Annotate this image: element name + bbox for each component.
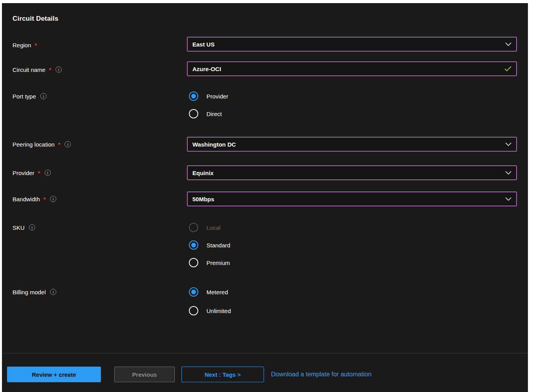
radio-button-icon — [189, 91, 198, 101]
required-asterisk: * — [49, 66, 51, 73]
info-icon[interactable]: i — [50, 289, 56, 295]
sku-option-local[interactable]: Local — [189, 223, 230, 232]
radio-button-icon — [189, 223, 198, 232]
chevron-down-icon — [505, 197, 511, 201]
download-template-link[interactable]: Download a template for automation — [271, 367, 371, 382]
page: Circuit Details Region* East US Circuit … — [0, 0, 533, 392]
info-icon[interactable]: i — [29, 224, 35, 231]
billing-model-radio-group: Metered Unlimited — [189, 287, 231, 324]
bandwidth-dropdown[interactable]: 50Mbps — [187, 192, 517, 206]
radio-button-icon — [189, 306, 198, 315]
circuit-details-panel: Circuit Details Region* East US Circuit … — [2, 3, 528, 392]
info-icon[interactable]: i — [50, 196, 56, 202]
peering-location-dropdown[interactable]: Washington DC — [187, 137, 517, 152]
port-type-radio-group: Provider Direct — [189, 91, 228, 127]
region-value: East US — [192, 41, 215, 48]
sku-option-standard[interactable]: Standard — [189, 240, 230, 250]
required-asterisk: * — [58, 141, 61, 148]
peering-location-value: Washington DC — [192, 141, 236, 148]
required-asterisk: * — [43, 196, 46, 202]
bandwidth-value: 50Mbps — [192, 196, 214, 202]
review-create-button[interactable]: Review + create — [7, 367, 101, 382]
provider-dropdown[interactable]: Equinix — [187, 165, 517, 180]
sku-label: SKU i — [13, 224, 35, 231]
bandwidth-label: Bandwidth* i — [13, 195, 56, 203]
required-asterisk: * — [38, 170, 40, 176]
info-icon[interactable]: i — [40, 93, 47, 99]
port-type-option-provider[interactable]: Provider — [189, 91, 228, 101]
sku-option-premium[interactable]: Premium — [189, 258, 230, 267]
previous-button[interactable]: Previous — [114, 367, 175, 382]
sku-radio-group: Local Standard Premium — [189, 223, 230, 276]
circuit-name-input[interactable] — [192, 62, 501, 75]
required-asterisk: * — [35, 42, 37, 48]
info-icon[interactable]: i — [56, 66, 62, 73]
info-icon[interactable]: i — [65, 141, 71, 147]
info-icon[interactable]: i — [45, 170, 51, 176]
provider-label: Provider* i — [13, 169, 51, 177]
port-type-option-direct[interactable]: Direct — [189, 109, 228, 118]
chevron-down-icon — [505, 43, 511, 46]
next-tags-button[interactable]: Next : Tags > — [181, 367, 264, 382]
radio-button-icon — [189, 109, 198, 118]
chevron-down-icon — [505, 171, 511, 175]
provider-value: Equinix — [192, 170, 214, 176]
circuit-name-field — [187, 61, 517, 76]
billing-model-option-metered[interactable]: Metered — [189, 287, 231, 297]
circuit-name-label: Circuit name* i — [13, 66, 62, 73]
region-dropdown[interactable]: East US — [187, 37, 517, 52]
radio-button-icon — [189, 240, 198, 250]
valid-check-icon — [504, 66, 511, 72]
region-label: Region* — [13, 41, 37, 49]
port-type-label: Port type i — [13, 92, 47, 100]
radio-button-icon — [189, 287, 198, 297]
billing-model-option-unlimited[interactable]: Unlimited — [189, 306, 231, 315]
radio-button-icon — [189, 258, 198, 267]
chevron-down-icon — [505, 143, 511, 146]
billing-model-label: Billing model i — [13, 288, 56, 296]
section-title: Circuit Details — [13, 15, 58, 23]
footer-divider — [2, 353, 528, 353]
peering-location-label: Peering location* i — [13, 140, 71, 148]
